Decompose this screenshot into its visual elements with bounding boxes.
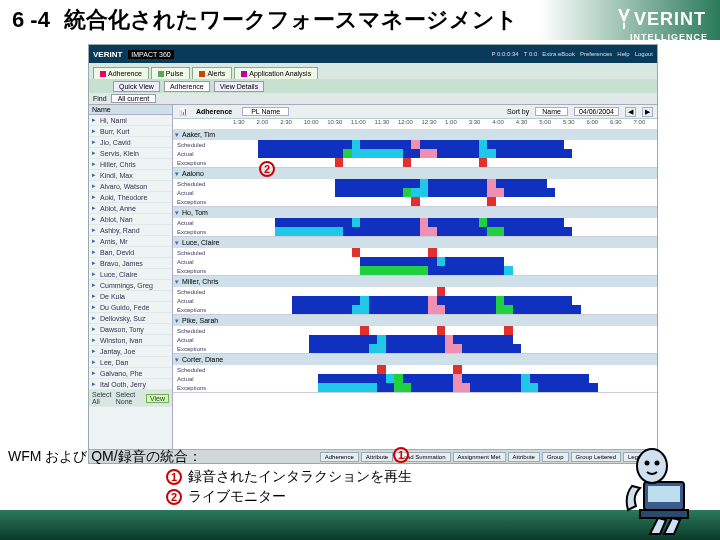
gantt-segment[interactable]	[496, 296, 504, 305]
gantt-segment[interactable]	[309, 344, 368, 353]
gantt-segment[interactable]	[538, 383, 597, 392]
date-field[interactable]: 04/06/2004	[574, 107, 619, 116]
list-item[interactable]: ▸Servis, Klein	[89, 148, 172, 159]
footer-button[interactable]: Assignment Met	[453, 452, 506, 462]
gantt-segment[interactable]	[487, 227, 504, 236]
gantt-segment[interactable]	[437, 326, 445, 335]
gantt-segment[interactable]	[352, 305, 369, 314]
gantt-segment[interactable]	[292, 296, 360, 305]
gantt-segment[interactable]	[504, 296, 572, 305]
gantt-segment[interactable]	[453, 335, 512, 344]
gantt-segment[interactable]	[275, 227, 343, 236]
gantt-segment[interactable]	[343, 149, 351, 158]
list-item[interactable]: ▸Jantay, Joe	[89, 346, 172, 357]
next-button[interactable]: ▶	[642, 107, 653, 117]
list-item[interactable]: ▸Amis, Mr	[89, 236, 172, 247]
gantt-segment[interactable]	[453, 383, 470, 392]
gantt-segment[interactable]	[437, 287, 445, 296]
gantt-segment[interactable]	[487, 188, 504, 197]
gantt-segment[interactable]	[428, 305, 445, 314]
gantt-segment[interactable]	[504, 227, 572, 236]
gantt-segment[interactable]	[504, 188, 555, 197]
view-button[interactable]: View	[146, 394, 169, 403]
footer-button[interactable]: Group	[542, 452, 569, 462]
gantt-segment[interactable]	[453, 374, 461, 383]
gantt-segment[interactable]	[437, 257, 445, 266]
list-item[interactable]: ▸Du Guido, Fede	[89, 302, 172, 313]
gantt-segment[interactable]	[360, 326, 368, 335]
gantt-segment[interactable]	[504, 326, 512, 335]
list-item[interactable]: ▸Luce, Claire	[89, 269, 172, 280]
tab-pulse[interactable]: Pulse	[151, 67, 191, 79]
gantt-segment[interactable]	[360, 296, 368, 305]
gantt-segment[interactable]	[360, 227, 419, 236]
gantt-segment[interactable]	[343, 227, 360, 236]
employee-row-header[interactable]: ▾Aaker, Tim	[173, 129, 657, 140]
gantt-segment[interactable]	[275, 218, 351, 227]
list-item[interactable]: ▸Alvaro, Watson	[89, 181, 172, 192]
gantt-segment[interactable]	[335, 158, 343, 167]
tab-analysis[interactable]: Application Analysis	[234, 67, 318, 79]
list-item[interactable]: ▸Lee, Dan	[89, 357, 172, 368]
gantt-segment[interactable]	[420, 149, 437, 158]
gantt-segment[interactable]	[504, 266, 512, 275]
select-all[interactable]: Select All	[92, 391, 112, 405]
gantt-segment[interactable]	[394, 374, 402, 383]
footer-button[interactable]: Attribute	[508, 452, 540, 462]
list-item[interactable]: ▸Hi, Nami	[89, 115, 172, 126]
gantt-segment[interactable]	[420, 218, 428, 227]
employee-row-header[interactable]: ▾Luce, Claire	[173, 237, 657, 248]
gantt-segment[interactable]	[496, 149, 572, 158]
list-item[interactable]: ▸Hiller, Chris	[89, 159, 172, 170]
employee-row-header[interactable]: ▾Corter, Diane	[173, 354, 657, 365]
gantt-segment[interactable]	[428, 188, 487, 197]
gantt-segment[interactable]	[437, 296, 496, 305]
gantt-segment[interactable]	[309, 335, 377, 344]
gantt-segment[interactable]	[377, 365, 385, 374]
sort-dropdown[interactable]: Name	[535, 107, 568, 116]
find-dropdown[interactable]: All current	[111, 94, 157, 103]
gantt-segment[interactable]	[428, 179, 487, 188]
gantt-segment[interactable]	[403, 149, 420, 158]
list-item[interactable]: ▸Ban, Devid	[89, 247, 172, 258]
gantt-segment[interactable]	[360, 218, 419, 227]
list-item[interactable]: ▸Winston, Ivan	[89, 335, 172, 346]
gantt-segment[interactable]	[377, 335, 385, 344]
gantt-segment[interactable]	[420, 140, 479, 149]
gantt-segment[interactable]	[462, 344, 521, 353]
gantt-segment[interactable]	[470, 383, 521, 392]
gantt-segment[interactable]	[352, 248, 360, 257]
gantt-segment[interactable]	[411, 140, 419, 149]
gantt-segment[interactable]	[453, 365, 461, 374]
gantt-segment[interactable]	[335, 179, 420, 188]
topmenu-item[interactable]: Preferences	[580, 51, 612, 57]
list-item[interactable]: ▸Bravo, James	[89, 258, 172, 269]
gantt-segment[interactable]	[487, 179, 495, 188]
gantt-segment[interactable]	[445, 344, 462, 353]
subtab-quickview[interactable]: Quick View	[113, 81, 160, 92]
gantt-segment[interactable]	[352, 149, 403, 158]
gantt-segment[interactable]	[403, 374, 454, 383]
gantt-segment[interactable]	[360, 257, 436, 266]
gantt-segment[interactable]	[352, 218, 360, 227]
gantt-segment[interactable]	[386, 374, 394, 383]
employee-row-header[interactable]: ▾Ho, Tom	[173, 207, 657, 218]
gantt-segment[interactable]	[462, 374, 521, 383]
gantt-segment[interactable]	[428, 248, 436, 257]
select-none[interactable]: Select None	[116, 391, 142, 405]
gantt-segment[interactable]	[445, 335, 453, 344]
gantt-segment[interactable]	[411, 188, 428, 197]
list-item[interactable]: ▸Ablot, Anne	[89, 203, 172, 214]
gantt-segment[interactable]	[445, 257, 504, 266]
list-item[interactable]: ▸De Kula	[89, 291, 172, 302]
gantt-segment[interactable]	[479, 140, 487, 149]
gantt-segment[interactable]	[487, 218, 563, 227]
employee-row-header[interactable]: ▾Miller, Chris	[173, 276, 657, 287]
gantt-segment[interactable]	[369, 305, 428, 314]
topmenu-item[interactable]: Extra eBook	[542, 51, 575, 57]
topmenu-item[interactable]: Help	[617, 51, 629, 57]
gantt-segment[interactable]	[411, 383, 453, 392]
list-item[interactable]: ▸Burr, Kurt	[89, 126, 172, 137]
gantt-segment[interactable]	[445, 266, 504, 275]
list-item[interactable]: ▸Kindl, Max	[89, 170, 172, 181]
